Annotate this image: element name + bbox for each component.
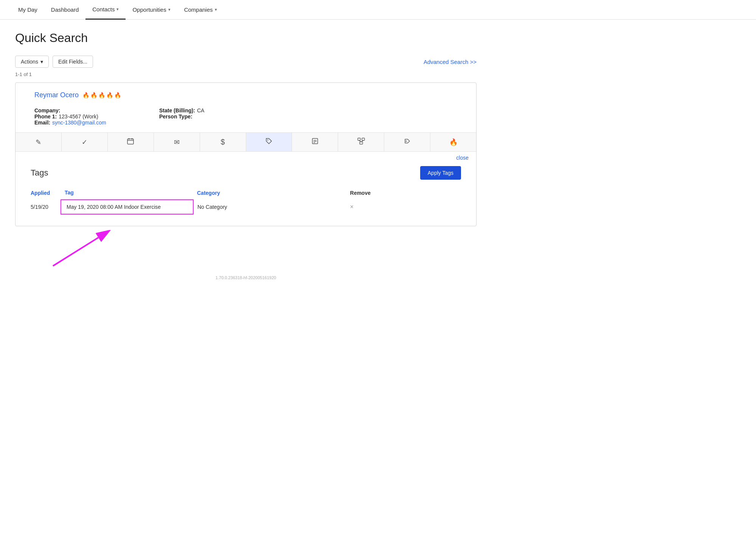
- col-header-category: Category: [193, 187, 346, 200]
- result-count: 1-1 of 1: [15, 71, 477, 77]
- email-action-btn[interactable]: ✉: [154, 133, 200, 151]
- version-footer: 1.70.0.236318-hf-202005161920: [15, 275, 477, 288]
- nav-bar: My Day Dashboard Contacts ▾ Opportunitie…: [0, 0, 756, 20]
- flame-action-btn[interactable]: 🔥: [430, 133, 476, 151]
- advanced-search-link[interactable]: Advanced Search >>: [424, 59, 477, 65]
- svg-rect-9: [358, 138, 360, 140]
- company-field-row: Company:: [34, 107, 148, 113]
- right-fields: State (Billing): CA Person Type:: [159, 107, 465, 126]
- person-type-row: Person Type:: [159, 113, 465, 120]
- svg-point-14: [405, 141, 407, 142]
- contact-info: Reymar Ocero 🔥 🔥 🔥 🔥 🔥 Company:: [16, 83, 476, 132]
- tag-remove-cell: ×: [346, 200, 461, 214]
- left-fields: Company: Phone 1: 123-4567 (Work) Email:…: [34, 107, 148, 126]
- svg-rect-11: [360, 142, 363, 144]
- tag-category: No Category: [193, 200, 346, 214]
- chevron-down-icon: ▾: [215, 7, 217, 12]
- arrow-annotation: [15, 230, 477, 268]
- page-title: Quick Search: [15, 31, 477, 45]
- annotation-arrow: [45, 230, 113, 268]
- close-row: close: [16, 152, 476, 162]
- calendar-action-btn[interactable]: [108, 133, 154, 151]
- calendar-icon: [127, 137, 134, 147]
- flame-3: 🔥: [98, 92, 106, 99]
- flame-5: 🔥: [114, 92, 121, 99]
- flame-2: 🔥: [90, 92, 98, 99]
- tags-table: Applied Tag Category Remove 5/19/20 May …: [31, 187, 461, 214]
- apply-tags-button[interactable]: Apply Tags: [420, 166, 461, 180]
- nav-item-dashboard[interactable]: Dashboard: [44, 0, 85, 20]
- flame-1: 🔥: [82, 92, 90, 99]
- col-header-tag: Tag: [61, 187, 193, 200]
- expanded-panel: close Tags Apply Tags Applied Tag Catego…: [16, 151, 476, 226]
- action-icons-row: ✎ ✓ ✉ $: [16, 132, 476, 151]
- nav-item-companies[interactable]: Companies ▾: [177, 0, 224, 20]
- remove-tag-button[interactable]: ×: [350, 204, 354, 210]
- page-content: Quick Search Actions ▾ Edit Fields... Ad…: [0, 20, 492, 299]
- flame-rating: 🔥 🔥 🔥 🔥 🔥: [82, 92, 121, 99]
- tag-value: May 19, 2020 08:00 AM Indoor Exercise: [61, 200, 193, 214]
- labels-icon: [403, 137, 411, 147]
- note-icon: [311, 137, 319, 147]
- merge-action-btn[interactable]: [338, 133, 384, 151]
- close-link[interactable]: close: [456, 155, 469, 161]
- email-icon: ✉: [174, 138, 180, 146]
- toolbar: Actions ▾ Edit Fields... Advanced Search…: [15, 56, 477, 68]
- task-action-btn[interactable]: ✓: [62, 133, 108, 151]
- tags-table-header-row: Applied Tag Category Remove: [31, 187, 461, 200]
- flame-action-icon: 🔥: [449, 138, 458, 146]
- edit-fields-button[interactable]: Edit Fields...: [53, 56, 93, 68]
- tags-title: Tags: [31, 168, 48, 178]
- actions-button[interactable]: Actions ▾: [15, 56, 49, 68]
- nav-item-contacts[interactable]: Contacts ▾: [85, 0, 126, 20]
- email-field-row: Email: sync-1380@gmail.com: [34, 120, 148, 126]
- svg-point-4: [267, 140, 268, 140]
- flame-4: 🔥: [106, 92, 113, 99]
- tags-header: Tags Apply Tags: [31, 166, 461, 180]
- svg-rect-10: [362, 138, 365, 140]
- dollar-action-btn[interactable]: $: [200, 133, 246, 151]
- nav-item-opportunities[interactable]: Opportunities ▾: [126, 0, 177, 20]
- chevron-down-icon: ▾: [40, 59, 43, 65]
- svg-line-16: [53, 238, 98, 266]
- chevron-down-icon: ▾: [116, 7, 119, 12]
- labels-action-btn[interactable]: [384, 133, 430, 151]
- state-billing-row: State (Billing): CA: [159, 107, 465, 113]
- notes-action-btn[interactable]: [292, 133, 338, 151]
- chevron-down-icon: ▾: [168, 7, 171, 12]
- toolbar-left: Actions ▾ Edit Fields...: [15, 56, 93, 68]
- col-header-remove: Remove: [346, 187, 461, 200]
- edit-icon: ✎: [36, 138, 41, 146]
- dollar-icon: $: [221, 138, 225, 146]
- edit-action-btn[interactable]: ✎: [16, 133, 62, 151]
- email-link[interactable]: sync-1380@gmail.com: [52, 120, 106, 126]
- phone-field-row: Phone 1: 123-4567 (Work): [34, 113, 148, 120]
- merge-icon: [357, 137, 365, 147]
- tags-section: Tags Apply Tags Applied Tag Category Rem…: [16, 162, 476, 226]
- check-icon: ✓: [82, 138, 87, 146]
- tag-icon: [265, 137, 273, 147]
- contact-name-link[interactable]: Reymar Ocero 🔥 🔥 🔥 🔥 🔥: [34, 91, 121, 99]
- col-header-applied: Applied: [31, 187, 61, 200]
- tag-applied-date: 5/19/20: [31, 200, 61, 214]
- contact-card: Reymar Ocero 🔥 🔥 🔥 🔥 🔥 Company:: [15, 82, 477, 226]
- svg-rect-0: [127, 139, 134, 144]
- tag-action-btn active[interactable]: [246, 133, 292, 151]
- nav-item-myday[interactable]: My Day: [11, 0, 44, 20]
- contact-fields: Company: Phone 1: 123-4567 (Work) Email:…: [34, 107, 465, 126]
- svg-rect-5: [312, 138, 318, 144]
- tag-row-1: 5/19/20 May 19, 2020 08:00 AM Indoor Exe…: [31, 200, 461, 214]
